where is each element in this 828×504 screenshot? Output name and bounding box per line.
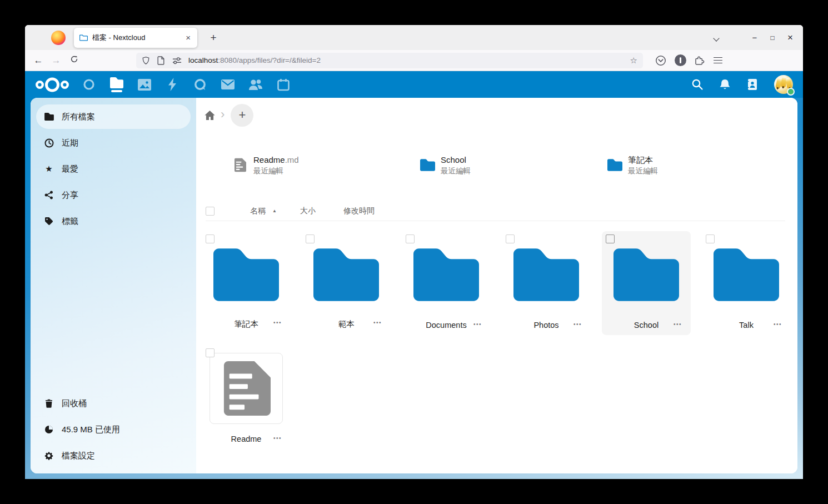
minimize-button[interactable]: − [746, 29, 763, 46]
file-text-icon [222, 361, 271, 416]
app-calendar[interactable] [277, 74, 290, 95]
select-checkbox[interactable] [506, 234, 515, 243]
select-all-checkbox[interactable] [206, 207, 215, 216]
bookmark-star-icon[interactable]: ☆ [630, 56, 637, 66]
select-checkbox[interactable] [206, 234, 215, 243]
tab-list-chevron-icon[interactable] [714, 35, 720, 41]
avatar[interactable] [774, 75, 793, 94]
tab-close-icon[interactable]: × [184, 33, 192, 42]
recent-file-name: Readme.md [253, 154, 299, 166]
sidebar-item-trash[interactable]: 回收桶 [36, 391, 191, 416]
app-files[interactable] [110, 74, 123, 95]
app-dashboard[interactable] [82, 74, 96, 95]
sidebar-item-recent[interactable]: 近期 [36, 131, 191, 155]
folder-icon [313, 248, 379, 301]
more-actions-icon[interactable]: ••• [774, 321, 782, 327]
file-grid-row-2: Readme••• [202, 345, 291, 449]
files-folder-icon [110, 77, 123, 88]
file-tile-folder-highlighted[interactable]: School••• [602, 231, 691, 335]
recent-file-text: 筆記本 最近編輯 [628, 154, 658, 177]
extensions-puzzle-icon[interactable] [695, 55, 705, 66]
sidebar-item-files-settings[interactable]: 檔案設定 [36, 443, 191, 468]
select-checkbox[interactable] [706, 234, 715, 243]
sidebar-item-shares[interactable]: 分享 [36, 183, 191, 207]
recent-file-text: Readme.md 最近編輯 [253, 154, 299, 177]
dashboard-circle-icon [83, 78, 95, 91]
sidebar-spacer [36, 235, 191, 391]
maximize-button[interactable]: □ [764, 29, 781, 46]
new-file-button[interactable]: + [231, 104, 253, 127]
recent-file-card[interactable]: School 最近編輯 [420, 151, 607, 179]
file-name: Talk [739, 321, 754, 330]
breadcrumb-separator-icon: › [221, 107, 225, 122]
menu-hamburger-icon[interactable] [714, 57, 722, 64]
select-checkbox[interactable] [206, 348, 215, 357]
online-status-badge [787, 88, 795, 96]
pocket-icon[interactable] [655, 55, 666, 66]
file-name: 筆記本 [234, 320, 258, 328]
browser-tab[interactable]: 檔案 - Nextcloud × [74, 28, 197, 48]
account-icon[interactable] [675, 54, 686, 66]
sidebar-item-label: 回收桶 [62, 398, 87, 409]
home-icon[interactable] [204, 110, 216, 121]
app-mail[interactable] [221, 74, 235, 95]
select-checkbox[interactable] [406, 234, 415, 243]
firefox-icon[interactable] [51, 31, 66, 45]
file-name: School [634, 321, 659, 330]
recent-file-card[interactable]: 筆記本 最近編輯 [607, 151, 794, 179]
search-icon[interactable] [691, 78, 704, 91]
sidebar-item-tags[interactable]: 標籤 [36, 209, 191, 233]
file-tile-folder[interactable]: Photos••• [502, 231, 591, 335]
page-info-icon[interactable] [157, 56, 165, 65]
nextcloud-logo[interactable] [35, 76, 69, 93]
file-tile-document[interactable]: Readme••• [202, 345, 291, 449]
url-host: localhost [188, 56, 218, 64]
column-modified[interactable]: 修改時間 [343, 206, 375, 216]
column-size[interactable]: 大小 [300, 206, 316, 216]
shield-icon[interactable] [142, 56, 150, 65]
quota-label: 45.9 MB 已使用 [62, 425, 120, 435]
sidebar-item-favorites[interactable]: ★ 最愛 [36, 157, 191, 181]
share-icon [44, 191, 54, 199]
reload-button[interactable] [65, 55, 83, 66]
app-talk[interactable] [193, 74, 207, 95]
more-actions-icon[interactable]: ••• [373, 320, 382, 326]
close-button[interactable]: × [782, 29, 799, 46]
breadcrumb: › + [204, 103, 253, 127]
file-tile-folder[interactable]: 範本••• [302, 231, 391, 335]
file-extension: .md [285, 155, 299, 164]
new-tab-button[interactable]: + [205, 29, 222, 46]
more-actions-icon[interactable]: ••• [273, 320, 282, 326]
permissions-sliders-icon[interactable] [172, 57, 182, 64]
contacts-people-icon [248, 79, 263, 90]
file-name: 範本 [338, 320, 355, 328]
file-thumbnail [210, 353, 283, 424]
folder-icon [714, 248, 779, 301]
select-checkbox[interactable] [306, 234, 315, 243]
more-actions-icon[interactable]: ••• [573, 321, 582, 327]
sidebar-item-all-files[interactable]: 所有檔案 [36, 104, 191, 129]
app-contacts[interactable] [249, 74, 262, 95]
file-tile-folder[interactable]: Talk••• [702, 231, 791, 335]
more-actions-icon[interactable]: ••• [674, 321, 682, 327]
recent-file-subtitle: 最近編輯 [628, 166, 658, 177]
recent-file-text: School 最近編輯 [441, 154, 471, 177]
more-actions-icon[interactable]: ••• [473, 321, 482, 327]
app-activity[interactable] [166, 74, 179, 95]
url-input[interactable]: localhost:8080/apps/files/?dir=/&fileid=… [136, 53, 643, 68]
column-name[interactable]: 名稱 [250, 206, 266, 216]
file-tile-folder[interactable]: Documents••• [402, 231, 491, 335]
sort-ascending-icon: ▲ [272, 208, 277, 213]
app-photos[interactable] [138, 74, 151, 95]
file-tile-folder[interactable]: 筆記本••• [202, 231, 291, 335]
more-actions-icon[interactable]: ••• [273, 435, 282, 441]
sidebar-item-quota: 45.9 MB 已使用 [36, 417, 191, 442]
recent-file-card[interactable]: Readme.md 最近編輯 [232, 151, 420, 179]
recent-files-strip: Readme.md 最近編輯 School 最近編輯 [232, 151, 794, 179]
contacts-menu-icon[interactable] [746, 78, 759, 91]
file-grid: 筆記本••• 範本••• Documents••• [202, 231, 791, 335]
back-button[interactable]: ← [29, 55, 47, 66]
notifications-bell-icon[interactable] [719, 78, 731, 91]
select-checkbox[interactable] [606, 234, 615, 243]
file-list-header: 名稱 ▲ 大小 修改時間 [206, 201, 785, 221]
